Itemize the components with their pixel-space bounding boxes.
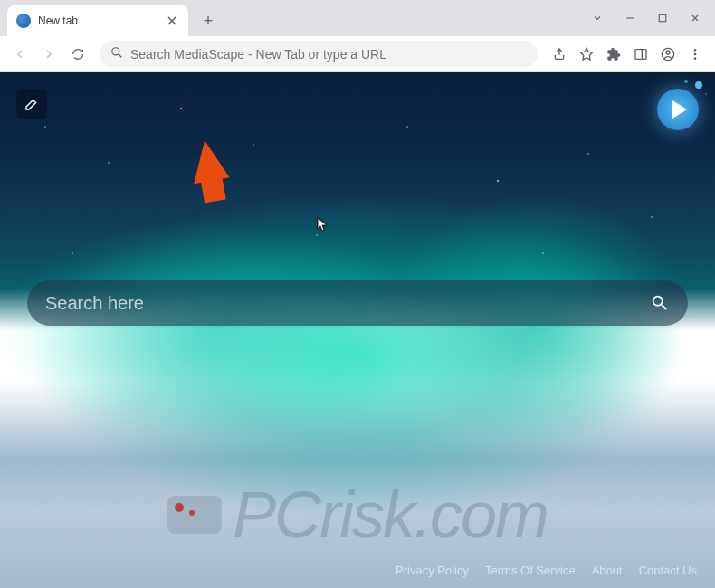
maximize-button[interactable] xyxy=(650,7,675,29)
svg-point-7 xyxy=(694,57,697,60)
search-bar[interactable] xyxy=(27,280,688,326)
menu-icon[interactable] xyxy=(682,42,708,67)
media-play-button[interactable] xyxy=(657,89,699,130)
profile-icon[interactable] xyxy=(655,42,681,67)
sidepanel-icon[interactable] xyxy=(628,42,653,67)
footer-link-contact[interactable]: Contact Us xyxy=(639,564,697,577)
share-icon[interactable] xyxy=(547,42,572,67)
bookmark-icon[interactable] xyxy=(574,42,599,67)
footer-links: Privacy Policy Terms Of Service About Co… xyxy=(377,553,715,588)
tab-favicon-icon xyxy=(16,14,31,28)
search-icon xyxy=(110,46,123,62)
edit-background-button[interactable] xyxy=(16,89,47,119)
search-submit-button[interactable] xyxy=(650,293,670,313)
close-tab-icon[interactable] xyxy=(165,14,179,28)
page-content: PCrisk.com Privacy Policy Terms Of Servi… xyxy=(0,72,715,588)
background-image xyxy=(0,72,715,588)
svg-point-5 xyxy=(694,49,697,52)
extensions-icon[interactable] xyxy=(601,42,626,67)
close-window-button[interactable] xyxy=(682,7,708,29)
svg-point-6 xyxy=(694,52,697,55)
footer-link-privacy[interactable]: Privacy Policy xyxy=(396,564,469,577)
window-controls xyxy=(585,7,708,29)
new-tab-button[interactable]: + xyxy=(195,8,221,33)
footer-link-terms[interactable]: Terms Of Service xyxy=(485,564,576,577)
svg-rect-2 xyxy=(635,49,646,59)
back-button[interactable] xyxy=(7,42,33,67)
omnibox-input[interactable] xyxy=(130,47,527,62)
minimize-button[interactable] xyxy=(617,7,643,29)
svg-point-1 xyxy=(112,47,119,54)
svg-point-4 xyxy=(666,51,670,54)
browser-tab[interactable]: New tab xyxy=(7,5,188,36)
browser-tab-strip: New tab + xyxy=(0,0,715,36)
tab-title: New tab xyxy=(38,14,157,27)
forward-button[interactable] xyxy=(36,42,62,67)
play-icon xyxy=(672,100,687,119)
browser-toolbar xyxy=(0,36,715,72)
footer-link-about[interactable]: About xyxy=(592,564,623,577)
search-input[interactable] xyxy=(45,293,650,314)
svg-rect-0 xyxy=(659,14,666,22)
address-bar[interactable] xyxy=(100,41,538,68)
reload-button[interactable] xyxy=(65,42,91,67)
search-tabs-icon[interactable] xyxy=(585,7,610,29)
